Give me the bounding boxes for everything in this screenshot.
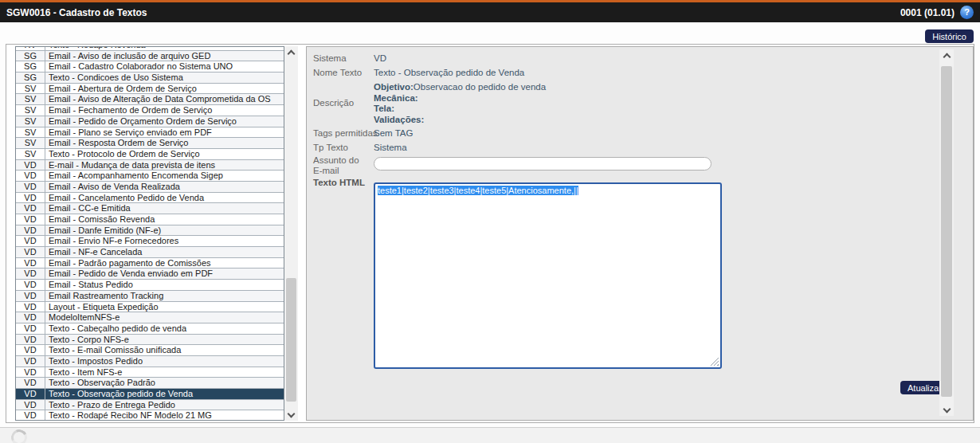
item-name: Texto - Cabeçalho pedido de venda bbox=[45, 323, 284, 334]
list-item[interactable]: VDTexto - Rodapé Recibo NF Modelo 21 MG bbox=[16, 410, 284, 421]
item-code: VD bbox=[16, 269, 45, 279]
list-item[interactable]: VDEmail - Comissão Revenda bbox=[16, 214, 284, 225]
list-item[interactable]: VDTexto - Cabeçalho pedido de venda bbox=[16, 323, 284, 335]
item-code: SV bbox=[16, 105, 45, 116]
list-item[interactable]: VDEmail - Pedido de Venda enviado em PDF bbox=[16, 269, 284, 280]
list-item[interactable]: VDLayout - Etiqueta Expedição bbox=[16, 302, 284, 313]
loading-spinner-icon bbox=[9, 427, 29, 443]
list-item[interactable]: VDEmail Rastreamento Tracking bbox=[16, 291, 284, 302]
item-name: Texto - Impostos Pedido bbox=[45, 356, 284, 367]
item-name: Email - Pedido de Venda enviado em PDF bbox=[45, 269, 284, 279]
tp-texto-label: Tp Texto bbox=[313, 143, 348, 153]
form-scroll-down-button[interactable] bbox=[939, 404, 954, 416]
item-code: VD bbox=[16, 203, 45, 214]
item-name: Email - Abertura de Ordem de Serviço bbox=[45, 84, 284, 94]
item-name: Email - Cadastro Colaborador no Sistema … bbox=[45, 61, 284, 72]
chevron-down-icon bbox=[943, 405, 951, 413]
list-item[interactable]: VDEmail - Aviso de Venda Realizada bbox=[16, 182, 284, 193]
item-code: VD bbox=[16, 389, 45, 399]
list-item[interactable]: VDModeloItemNFS-e bbox=[16, 312, 284, 323]
list-item[interactable]: VDE-mail - Mudança de data prevista de i… bbox=[16, 160, 284, 171]
item-code: SV bbox=[16, 149, 45, 159]
list-scrollbar-thumb[interactable] bbox=[286, 278, 296, 402]
list-scrollbar[interactable] bbox=[284, 46, 298, 421]
list-item[interactable]: VDEmail - Envio NF-e Fornecedores bbox=[16, 236, 284, 247]
item-code: VD bbox=[16, 335, 45, 345]
item-code: VD bbox=[16, 236, 45, 246]
item-code: VD bbox=[16, 410, 45, 421]
list-item[interactable]: SVEmail - Plano se Serviço enviado em PD… bbox=[16, 127, 284, 139]
item-code: VD bbox=[16, 400, 45, 410]
tp-texto-value: Sistema bbox=[374, 143, 407, 153]
item-name: Texto - Prazo de Entrega Pedido bbox=[45, 400, 284, 410]
list-scroll-up-button[interactable] bbox=[284, 46, 298, 58]
list-item[interactable]: VDEmail - CC-e Emitida bbox=[16, 203, 284, 214]
list-item[interactable]: SGEmail - Cadastro Colaborador no Sistem… bbox=[16, 61, 284, 73]
form-scroll-up-button[interactable] bbox=[939, 49, 954, 61]
list-item[interactable]: VDTexto - Corpo NFS-e bbox=[16, 335, 284, 346]
tags-label: Tags permitidas bbox=[313, 128, 378, 139]
historico-button[interactable]: Histórico bbox=[925, 29, 974, 43]
list-item[interactable]: SVEmail - Resposta Ordem de Serviço bbox=[16, 138, 284, 149]
list-item[interactable]: SVEmail - Aviso de Alteração de Data Com… bbox=[16, 94, 284, 105]
descricao-line: Validações: bbox=[374, 115, 546, 126]
item-name: Texto - Rodapé Revenda bbox=[45, 46, 284, 50]
list-item[interactable]: VDTexto - Observação Padrão bbox=[16, 378, 284, 389]
list-item[interactable]: VDEmail - NF-e Cancelada bbox=[16, 247, 284, 258]
list-item[interactable]: VDEmail - Acompanhamento Encomenda Sigep bbox=[16, 171, 284, 182]
item-name: Texto - Item NFS-e bbox=[45, 367, 284, 378]
list-item[interactable]: VDTexto - Observação pedido de Venda bbox=[16, 389, 284, 400]
list-item[interactable]: VDTexto - Item NFS-e bbox=[16, 367, 284, 378]
item-name: Email - Aviso de inclusão de arquivo GED bbox=[45, 51, 284, 61]
texto-html-selected-text: teste1|teste2|teste3|teste4|teste5|Atenc… bbox=[378, 186, 578, 195]
app-window: SGW0016 - Cadastro de Textos 0001 (01.01… bbox=[0, 0, 980, 443]
list-item[interactable]: VDEmail - Status Pedido bbox=[16, 280, 284, 291]
item-code: VD bbox=[16, 214, 45, 225]
item-code: SV bbox=[16, 84, 45, 94]
item-name: Texto - Observação pedido de Venda bbox=[45, 389, 284, 399]
item-code: SV bbox=[16, 138, 45, 148]
descricao-value: Objetivo:Observacao do pedido de vendaMe… bbox=[374, 82, 546, 125]
item-code: SV bbox=[16, 116, 45, 127]
list-item[interactable]: VDEmail - Danfe Emitido (NF-e) bbox=[16, 225, 284, 237]
list-scroll-down-button[interactable] bbox=[284, 409, 298, 421]
list-item[interactable]: SGTexto - Condicoes de Uso Sistema bbox=[16, 73, 284, 84]
help-icon[interactable]: ? bbox=[960, 6, 974, 19]
item-name: Email - Aviso de Alteração de Data Compr… bbox=[45, 94, 284, 104]
item-code: VD bbox=[16, 280, 45, 290]
page-title: SGW0016 - Cadastro de Textos bbox=[6, 7, 147, 18]
list-item[interactable]: SVEmail - Fechamento de Ordem de Serviço bbox=[16, 105, 284, 116]
item-code: VD bbox=[16, 302, 45, 312]
item-name: E-mail - Mudança de data prevista de ite… bbox=[45, 160, 284, 171]
resize-handle-icon[interactable] bbox=[710, 357, 719, 366]
list-item[interactable]: VDEmail - Padrão pagamento de Comissões bbox=[16, 258, 284, 269]
texts-list: RVTexto - Rodapé RevendaSGEmail - Aviso … bbox=[15, 46, 284, 421]
list-item[interactable]: SVTexto - Protocolo de Ordem de Serviço bbox=[16, 149, 284, 160]
item-code: VD bbox=[16, 225, 45, 236]
item-name: Email - Cancelamento Pedido de Venda bbox=[45, 193, 284, 203]
tags-value: Sem TAG bbox=[374, 128, 413, 139]
item-code: VD bbox=[16, 160, 45, 171]
item-code: SG bbox=[16, 51, 45, 61]
assunto-label-line1: Assunto do bbox=[313, 155, 359, 165]
titlebar-right: 0001 (01.01) ? bbox=[900, 6, 974, 19]
item-name: ModeloItemNFS-e bbox=[45, 312, 284, 323]
list-item[interactable]: VDTexto - Prazo de Entrega Pedido bbox=[16, 400, 284, 411]
list-item[interactable]: SGEmail - Aviso de inclusão de arquivo G… bbox=[16, 51, 284, 62]
list-item[interactable]: SVEmail - Pedido de Orçamento Ordem de S… bbox=[16, 116, 284, 127]
item-name: Texto - Rodapé Recibo NF Modelo 21 MG bbox=[45, 410, 284, 421]
nome-texto-value: Texto - Observação pedido de Venda bbox=[374, 68, 524, 78]
form-scrollbar[interactable] bbox=[939, 49, 954, 416]
list-item[interactable]: VDEmail - Cancelamento Pedido de Venda bbox=[16, 193, 284, 204]
list-item[interactable]: VDTexto - Impostos Pedido bbox=[16, 356, 284, 367]
list-item[interactable]: VDTexto - E-mail Comissão unificada bbox=[16, 345, 284, 356]
item-name: Email - Envio NF-e Fornecedores bbox=[45, 236, 284, 246]
descricao-line: Objetivo:Observacao do pedido de venda bbox=[374, 82, 546, 93]
form-scrollbar-thumb[interactable] bbox=[941, 66, 952, 397]
item-name: Email - Padrão pagamento de Comissões bbox=[45, 258, 284, 269]
item-name: Email - Plano se Serviço enviado em PDF bbox=[45, 127, 284, 138]
sistema-label: Sistema bbox=[313, 53, 347, 64]
assunto-email-input[interactable] bbox=[374, 157, 711, 171]
texto-html-textarea[interactable]: teste1|teste2|teste3|teste4|teste5|Atenc… bbox=[374, 182, 722, 369]
list-item[interactable]: SVEmail - Abertura de Ordem de Serviço bbox=[16, 84, 284, 95]
